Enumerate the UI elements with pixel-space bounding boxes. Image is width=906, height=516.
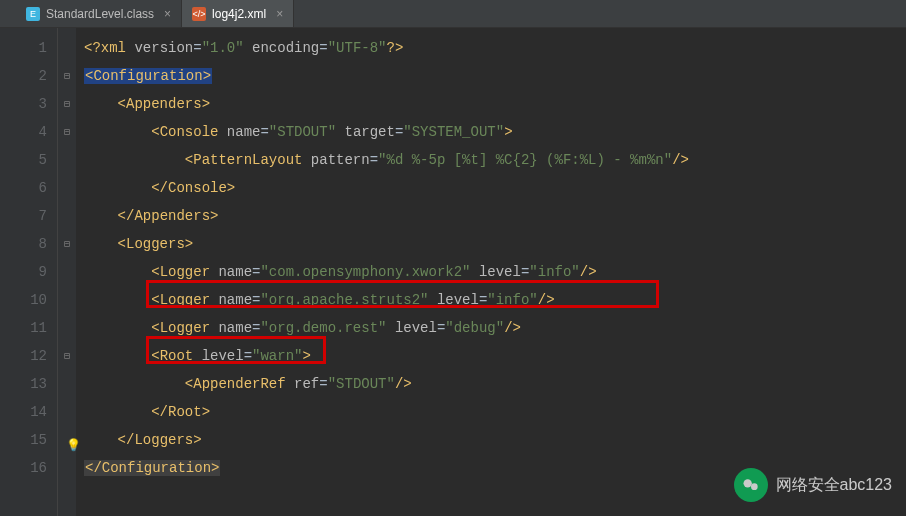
line-number: 3 (0, 90, 47, 118)
fold-marker-icon[interactable]: ⊟ (58, 90, 76, 118)
line-number: 4 (0, 118, 47, 146)
code-line: <AppenderRef ref="STDOUT"/> (84, 370, 906, 398)
code-line: <Loggers> (84, 230, 906, 258)
close-icon[interactable]: × (164, 7, 171, 21)
code-line: <?xml version="1.0" encoding="UTF-8"?> (84, 34, 906, 62)
code-line: <Logger name="com.opensymphony.xwork2" l… (84, 258, 906, 286)
watermark-text: 网络安全abc123 (776, 475, 893, 496)
tab-standard-level[interactable]: E StandardLevel.class × (16, 0, 182, 27)
tab-label: StandardLevel.class (46, 7, 154, 21)
code-line: <Logger name="org.demo.rest" level="debu… (84, 314, 906, 342)
line-number: 7 (0, 202, 47, 230)
line-number: 13 (0, 370, 47, 398)
code-line: </Console> (84, 174, 906, 202)
fold-marker-icon[interactable]: ⊟ (58, 230, 76, 258)
line-number: 8 (0, 230, 47, 258)
code-line: 💡 </Loggers> (84, 426, 906, 454)
wechat-icon (734, 468, 768, 502)
line-number: 10 (0, 286, 47, 314)
code-line: </Root> (84, 398, 906, 426)
code-line: </Appenders> (84, 202, 906, 230)
code-line: <PatternLayout pattern="%d %-5p [%t] %C{… (84, 146, 906, 174)
xml-file-icon: </> (192, 7, 206, 21)
line-number: 9 (0, 258, 47, 286)
line-number: 2 (0, 62, 47, 90)
watermark: 网络安全abc123 (734, 468, 893, 502)
intention-bulb-icon[interactable]: 💡 (66, 432, 81, 460)
tab-label: log4j2.xml (212, 7, 266, 21)
code-editor[interactable]: 1 2 3 4 5 6 7 8 9 10 11 12 13 14 15 16 ⊟… (0, 28, 906, 516)
java-class-icon: E (26, 7, 40, 21)
line-number: 12 (0, 342, 47, 370)
line-number: 11 (0, 314, 47, 342)
svg-point-1 (751, 483, 758, 490)
code-line: <Configuration> (84, 62, 906, 90)
line-number-gutter: 1 2 3 4 5 6 7 8 9 10 11 12 13 14 15 16 (0, 28, 58, 516)
line-number: 5 (0, 146, 47, 174)
fold-marker-icon[interactable]: ⊟ (58, 118, 76, 146)
fold-marker-icon[interactable]: ⊟ (58, 62, 76, 90)
svg-point-0 (743, 479, 751, 487)
code-area[interactable]: <?xml version="1.0" encoding="UTF-8"?> <… (76, 28, 906, 516)
line-number: 1 (0, 34, 47, 62)
code-line: <Root level="warn"> (84, 342, 906, 370)
line-number: 14 (0, 398, 47, 426)
code-line: <Logger name="org.apache.struts2" level=… (84, 286, 906, 314)
code-line: <Console name="STDOUT" target="SYSTEM_OU… (84, 118, 906, 146)
line-number: 16 (0, 454, 47, 482)
line-number: 15 (0, 426, 47, 454)
fold-marker-icon[interactable]: ⊟ (58, 342, 76, 370)
line-number: 6 (0, 174, 47, 202)
code-line: <Appenders> (84, 90, 906, 118)
tab-log4j2-xml[interactable]: </> log4j2.xml × (182, 0, 294, 27)
close-icon[interactable]: × (276, 7, 283, 21)
editor-tabs: E StandardLevel.class × </> log4j2.xml × (0, 0, 906, 28)
